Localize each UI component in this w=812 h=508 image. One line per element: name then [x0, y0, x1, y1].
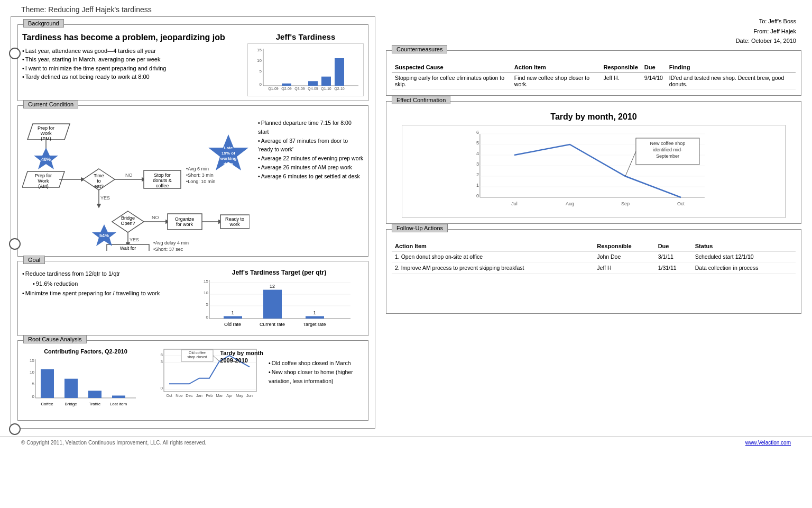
- svg-text:Traffic: Traffic: [89, 402, 100, 406]
- svg-text:10: 10: [204, 291, 208, 295]
- footer-copyright: © Copyright 2011, Velaction Continuous I…: [21, 440, 206, 446]
- svg-text:Organize: Organize: [175, 216, 195, 222]
- rca-label: Root Cause Analysis: [23, 335, 87, 343]
- svg-text:15: 15: [204, 279, 208, 284]
- fu-col-due: Due: [655, 241, 692, 251]
- cm-row1-action: Find new coffee shop closer to work.: [511, 72, 601, 90]
- background-content: Tardiness has become a problem, jeopardi…: [22, 32, 364, 96]
- svg-text:Q1-10: Q1-10: [321, 87, 331, 91]
- cm-row1-responsible: Jeff H.: [600, 72, 641, 90]
- fu-row2-responsible: Jeff H: [594, 262, 654, 274]
- svg-text:Late: Late: [224, 146, 233, 150]
- svg-text:•Avg delay 4 min: •Avg delay 4 min: [153, 240, 189, 246]
- fu-row1-due: 3/1/11: [655, 251, 692, 262]
- cc-bullets: Planned departure time 7:15 for 8:00 sta…: [258, 113, 364, 252]
- cm-col-action: Action Item: [511, 62, 601, 72]
- goal-bullet-1: Reduce tardiness from 12/qtr to 1/qtr: [22, 269, 190, 279]
- rca-bullets: Old coffee shop closed in March New shop…: [269, 348, 364, 416]
- fu-col-action: Action Item: [392, 241, 594, 251]
- svg-text:Bridge: Bridge: [64, 402, 77, 406]
- svg-text:September: September: [656, 153, 679, 159]
- svg-text:3: 3: [476, 161, 479, 167]
- background-text: Tardiness has become a problem, jeopardi…: [22, 32, 243, 81]
- page-title: Theme: Reducing Jeff Hajek's tardiness: [0, 0, 812, 16]
- memo-from: From: Jeff Hajek: [386, 26, 796, 37]
- svg-text:10: 10: [257, 58, 262, 63]
- svg-text:Q4-09: Q4-09: [308, 87, 318, 91]
- rca-bar-chart: Contributing Factors, Q2-2010 15 10 5 0 …: [22, 348, 149, 416]
- svg-text:YES: YES: [130, 237, 139, 242]
- cm-row1-due: 9/14/10: [641, 72, 666, 90]
- svg-text:•Avg 6 min: •Avg 6 min: [186, 166, 209, 171]
- svg-text:work: work: [229, 222, 240, 227]
- ec-chart-title: Tardy by month, 2010: [392, 112, 796, 122]
- svg-text:0: 0: [206, 315, 209, 320]
- follow-up-label: Follow-Up Actions: [392, 224, 448, 232]
- goal-chart: Jeff's Tardiness Target (per qtr) 15 10 …: [195, 269, 364, 331]
- cc-bullet-3: Average 22 minutes of evening prep work: [258, 154, 364, 163]
- memo-header: To: Jeff's Boss From: Jeff Hajek Date: O…: [386, 16, 801, 46]
- svg-text:days: days: [224, 161, 234, 166]
- svg-rect-96: [41, 369, 54, 398]
- svg-text:Bridge: Bridge: [121, 215, 135, 221]
- svg-rect-98: [64, 379, 78, 398]
- countermeasures-section: Countermeasures Suspected Cause Action I…: [386, 50, 801, 96]
- memo-to: To: Jeff's Boss: [386, 16, 796, 26]
- svg-text:Q2-09: Q2-09: [281, 87, 292, 91]
- cc-content: Prep for Work (PM) 48% Prep for Work (AM…: [22, 113, 364, 252]
- svg-text:shop closed: shop closed: [187, 355, 207, 359]
- goal-bullet-2: 91.6% reduction: [22, 279, 190, 289]
- svg-text:Work: Work: [41, 131, 52, 136]
- svg-text:15: 15: [30, 358, 34, 363]
- fu-header-row: Action Item Responsible Due Status: [392, 241, 796, 251]
- svg-text:•Short: 3 min: •Short: 3 min: [186, 173, 214, 178]
- svg-text:19% of: 19% of: [222, 151, 235, 156]
- background-section: Background Tardiness has become a proble…: [17, 24, 368, 101]
- goal-bullet-3: Minimize time spent preparing for / trav…: [22, 288, 190, 298]
- rca-bullet-2: New shop closer to home (higher variatio…: [269, 368, 364, 386]
- svg-text:Nov: Nov: [176, 393, 183, 398]
- svg-text:Jun: Jun: [246, 393, 253, 398]
- svg-text:5: 5: [206, 302, 209, 307]
- circle-1: [9, 48, 21, 59]
- cm-col-responsible: Responsible: [600, 62, 641, 72]
- goal-chart-title: Jeff's Tardiness Target (per qtr): [195, 269, 364, 276]
- svg-rect-100: [88, 391, 102, 398]
- fu-row1-status: Scheduled start 12/1/10: [692, 251, 796, 262]
- background-bullets: Last year, attendance was good—4 tardies…: [22, 47, 243, 81]
- svg-rect-9: [308, 81, 318, 86]
- svg-rect-81: [224, 316, 242, 319]
- svg-text:for work: for work: [176, 222, 193, 227]
- goal-bar-svg: 15 10 5 0 1 Old rate 12: [195, 277, 353, 330]
- goal-label: Goal: [23, 256, 45, 264]
- svg-text:5: 5: [32, 382, 35, 386]
- svg-text:donuts &: donuts &: [153, 178, 172, 183]
- fu-row-2: 2. Improve AM process to prevent skippin…: [392, 262, 796, 274]
- left-panel: Background Tardiness has become a proble…: [11, 16, 375, 429]
- svg-rect-11: [335, 58, 344, 86]
- svg-text:Aug: Aug: [566, 201, 574, 206]
- background-label: Background: [23, 19, 64, 28]
- svg-text:Q1-09: Q1-09: [268, 87, 279, 91]
- svg-text:0: 0: [161, 386, 163, 391]
- cc-bullet-4: Average 26 minutes of AM prep work: [258, 163, 364, 172]
- svg-text:Mar: Mar: [216, 393, 223, 398]
- svg-text:Oct: Oct: [166, 393, 173, 398]
- flowchart-svg: Prep for Work (PM) 48% Prep for Work (AM…: [22, 113, 250, 251]
- follow-up-table: Action Item Responsible Due Status 1. Op…: [392, 241, 796, 274]
- ec-chart: 0 1 2 3 4 5 6 Jul: [402, 125, 786, 218]
- svg-text:0: 0: [32, 394, 35, 399]
- cc-bullet-1: Planned departure time 7:15 for 8:00 sta…: [258, 119, 364, 137]
- svg-text:coffee: coffee: [156, 183, 169, 188]
- tardiness-bar-svg: 15 10 5 0: [250, 46, 361, 94]
- right-panel: To: Jeff's Boss From: Jeff Hajek Date: O…: [386, 16, 801, 429]
- svg-text:1: 1: [476, 183, 479, 188]
- svg-text:Work: Work: [38, 178, 49, 184]
- svg-text:Coffee: Coffee: [41, 402, 53, 406]
- svg-text:•Short: 37 sec: •Short: 37 sec: [153, 247, 183, 251]
- footer-link[interactable]: www.Velaction.com: [745, 440, 791, 446]
- svg-text:Time: Time: [94, 173, 104, 178]
- rca-line-title: Tardy by month 2009-2010: [220, 349, 263, 365]
- current-condition-label: Current Condition: [23, 100, 78, 108]
- svg-text:NO: NO: [152, 215, 159, 220]
